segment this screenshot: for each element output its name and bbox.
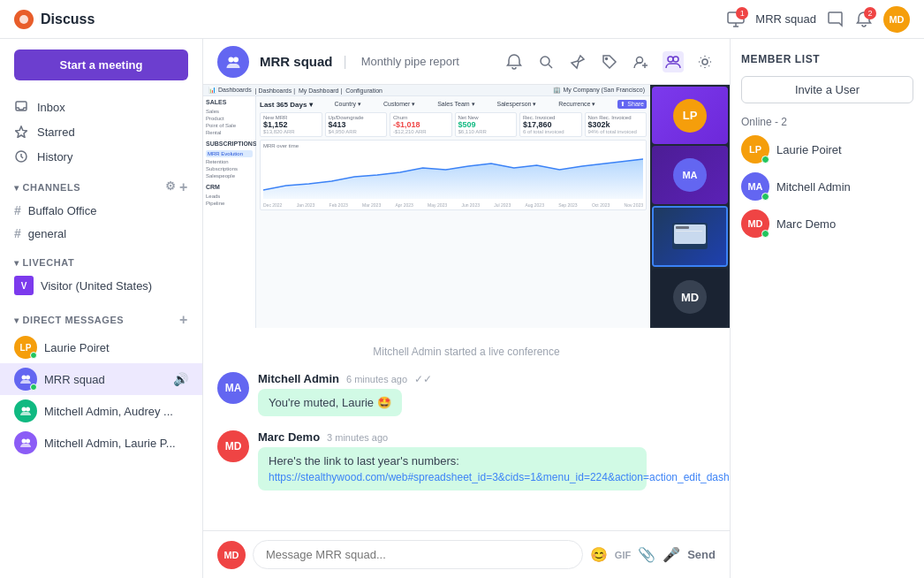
msg1-check: ✓✓ [414, 373, 432, 385]
message-1: MA Mitchell Admin 6 minutes ago ✓✓ You'r… [217, 372, 716, 416]
channel-general[interactable]: # general [0, 222, 202, 245]
msg1-author: Mitchell Admin [258, 372, 339, 385]
dm-section-header: ▾ DIRECT MESSAGES + [0, 305, 202, 331]
channels-section-header: ▾ CHANNELS ⚙ + [0, 172, 202, 199]
dash-main: Last 365 Days ▾ Country ▾ Customer ▾ Sal… [256, 96, 650, 328]
dm-mitchell-audrey[interactable]: Mitchell Admin, Audrey ... [0, 395, 202, 427]
app-header-right: 1 MRR squad 2 MD [727, 6, 910, 33]
msg1-body: Mitchell Admin 6 minutes ago ✓✓ You're m… [258, 372, 716, 416]
main-layout: Start a meeting Inbox Starred History [0, 39, 924, 578]
notifications-badge: 2 [864, 7, 876, 19]
channels-chevron[interactable]: ▾ [14, 183, 19, 193]
msg1-bubble: You're muted, Laurie 🤩 [258, 389, 402, 416]
messages-container: Mitchell Admin started a live conference… [203, 328, 730, 530]
svg-point-8 [26, 376, 30, 380]
emoji-icon[interactable]: 😊 [590, 546, 608, 563]
metric-new-mrr: New MRR $1,152 $13,820 ARR [260, 112, 322, 137]
tag-icon[interactable] [599, 51, 620, 72]
monitor-icon[interactable]: 1 [727, 11, 745, 28]
dm-chevron[interactable]: ▾ [14, 316, 19, 325]
ml-avatar-wrap [14, 431, 37, 454]
chat-header: MRR squad | Monthly pipe report [203, 39, 730, 85]
chart-title: MRR over time [263, 143, 643, 148]
visitor-avatar: V [14, 276, 34, 295]
visitor-label: Visitor (United States) [41, 279, 152, 293]
msg2-text: Here's the link to last year's numbers: [269, 454, 636, 468]
message-input[interactable] [253, 540, 583, 569]
svg-point-0 [19, 15, 28, 24]
pin-icon[interactable] [567, 51, 588, 72]
share-btn[interactable]: ⬆ Share [617, 100, 647, 109]
chat-area: MRR squad | Monthly pipe report [203, 39, 730, 578]
video-side-panel: LP MA MD [650, 85, 730, 328]
header-channel-name: MRR squad [755, 12, 816, 26]
metric-churn: Churn -$1,018 -$12,210 ARR [390, 112, 452, 137]
msg2-header: Marc Demo 3 minutes ago [258, 430, 716, 444]
gif-icon[interactable]: GIF [615, 550, 631, 560]
dm-add-icon[interactable]: + [179, 312, 188, 328]
mrr-notification-icon: 🔊 [173, 372, 188, 386]
channel-buffalo-label: Buffalo Office [28, 204, 97, 217]
laurie-online-dot [30, 352, 37, 359]
send-button[interactable]: Send [687, 548, 716, 561]
sidebar-btn-area: Start a meeting [0, 39, 202, 91]
livechat-label: LIVECHAT [23, 257, 75, 268]
channels-add-icon[interactable]: + [179, 179, 188, 195]
chat-icon[interactable] [827, 11, 844, 28]
msg2-link[interactable]: https://stealthywood.com/web#spreadsheet… [269, 471, 730, 483]
sidebar-item-starred[interactable]: Starred [0, 119, 202, 144]
livechat-chevron[interactable]: ▾ [14, 258, 19, 268]
app-logo-icon [14, 10, 34, 29]
search-icon[interactable] [535, 51, 557, 72]
members-icon[interactable] [663, 51, 684, 72]
online-section-title: Online - 2 [741, 116, 913, 128]
channels-settings-icon[interactable]: ⚙ [165, 179, 177, 195]
add-user-icon[interactable] [631, 51, 652, 72]
mic-icon[interactable]: 🎤 [663, 546, 680, 563]
bell-icon[interactable] [504, 51, 525, 72]
app-title: Discuss [41, 11, 95, 27]
sidebar-item-inbox[interactable]: Inbox [0, 95, 202, 119]
ml-avatar [14, 431, 37, 454]
member-marc-avatar-wrap: MD [741, 209, 769, 238]
svg-point-17 [606, 57, 608, 59]
inbox-label: Inbox [37, 101, 65, 114]
metric-non-rec: Non Rec. Invoiced $302k 94% of total inv… [585, 112, 648, 137]
channel-buffalo[interactable]: # Buffalo Office [0, 199, 202, 222]
video-thumb-2: MA [652, 146, 728, 203]
dm-mitchell-laurie[interactable]: Mitchell Admin, Laurie P... [0, 427, 202, 459]
sidebar-nav-section: Inbox Starred History [0, 91, 202, 172]
inbox-icon [14, 100, 28, 114]
member-laurie-dot [761, 156, 769, 164]
sidebar-item-history[interactable]: History [0, 144, 202, 169]
dm-mrr-squad[interactable]: MRR squad 🔊 [0, 363, 202, 395]
chat-topic: Monthly pipe report [361, 55, 459, 68]
message-2: MD Marc Demo 3 minutes ago Here's the li… [217, 430, 716, 491]
start-meeting-button[interactable]: Start a meeting [14, 49, 188, 80]
svg-point-11 [22, 439, 27, 444]
monitor-badge: 1 [736, 7, 748, 19]
member-laurie-name: Laurie Poiret [776, 143, 842, 156]
msg2-body: Marc Demo 3 minutes ago Here's the link … [258, 430, 716, 491]
channel-general-label: general [28, 227, 66, 240]
chat-header-avatar [217, 46, 249, 78]
msg1-time: 6 minutes ago [346, 374, 407, 384]
user-avatar[interactable]: MD [883, 6, 910, 33]
dm-actions: + [179, 312, 188, 328]
history-icon [14, 149, 28, 164]
attachment-icon[interactable]: 📎 [638, 546, 655, 563]
member-mitchell-dot [761, 193, 769, 201]
settings-icon[interactable] [694, 51, 716, 72]
livechat-visitor[interactable]: V Visitor (United States) [0, 271, 202, 300]
dm-label: DIRECT MESSAGES [23, 315, 125, 325]
starred-label: Starred [37, 125, 75, 139]
dm-laurie[interactable]: LP Laurie Poiret [0, 331, 202, 363]
input-avatar: MD [217, 541, 246, 569]
svg-point-13 [229, 57, 234, 62]
member-marc: MD Marc Demo [741, 209, 913, 238]
invite-user-button[interactable]: Invite a User [741, 76, 913, 103]
dash-content: SALES Sales Product Point of Sale Rental… [203, 96, 650, 328]
notifications-icon[interactable]: 2 [855, 11, 873, 28]
video-thumb-1: LP [652, 87, 728, 144]
channels-actions: ⚙ + [165, 179, 188, 195]
